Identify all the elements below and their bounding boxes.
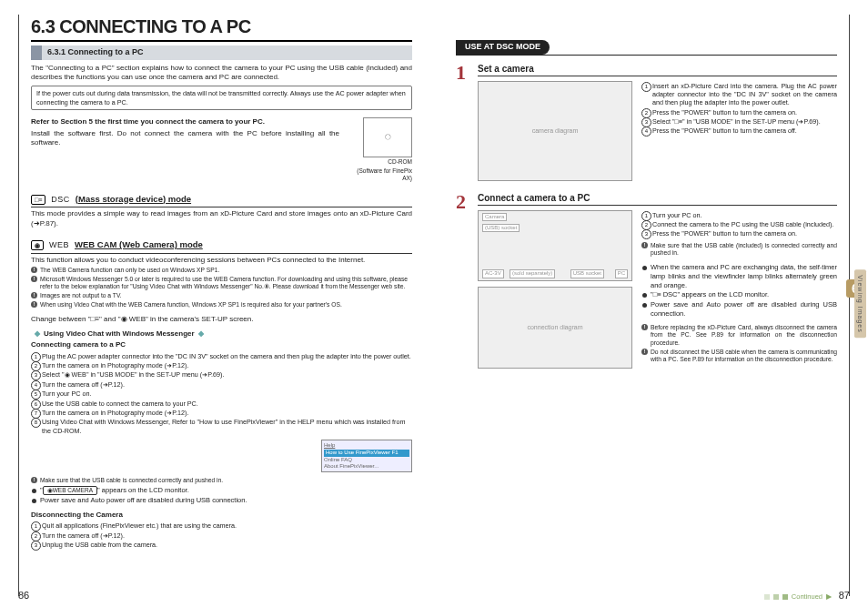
video-chat-steps: Plug the AC power adapter connector into… bbox=[31, 352, 412, 435]
step1-item: Press the "POWER" button to turn the cam… bbox=[641, 108, 837, 116]
web-note: The WEB Camera function can only be used… bbox=[31, 267, 412, 275]
mode-dsc-header: □≡ DSC (Mass storage device) mode bbox=[31, 192, 412, 208]
web-mode-icon: ◉ bbox=[31, 240, 44, 250]
margin-rule-right bbox=[849, 15, 850, 596]
step2-bullet: When the camera and PC are exchanging da… bbox=[641, 263, 837, 289]
intro-paragraph: The "Connecting to a PC" section explain… bbox=[31, 64, 412, 83]
step2-bullet: Power save and Auto power off are disabl… bbox=[641, 300, 837, 319]
step-1: 1 Set a camera camera diagram Insert an … bbox=[456, 63, 837, 181]
mode-dsc-body: This mode provides a simple way to read … bbox=[31, 209, 412, 228]
margin-rule-left bbox=[18, 15, 19, 596]
vc-bullet: Power save and Auto power off are disabl… bbox=[31, 496, 412, 505]
step-2-title: Connect a camera to a PC bbox=[478, 192, 837, 206]
first-time-body: Install the software first. Do not conne… bbox=[31, 129, 339, 148]
lcd-chip: ◉WEB CAMERA bbox=[43, 486, 97, 495]
vc-step: Use the USB cable to connect the camera … bbox=[31, 400, 412, 408]
step2-bullet: "□≡ DSC" appears on the LCD monitor. bbox=[641, 290, 837, 299]
subsection-bar: 6.3.1 Connecting to a PC bbox=[31, 46, 412, 60]
step1-item: Select "□≡" in "USB MODE" in the SET-UP … bbox=[641, 117, 837, 126]
mode-web-body: This function allows you to conduct vide… bbox=[31, 256, 412, 265]
vc-usb-note-item: Make sure that the USB cable is connecte… bbox=[31, 477, 412, 485]
title-rule bbox=[31, 40, 412, 42]
disconnect-heading: Disconnecting the Camera bbox=[31, 511, 412, 520]
step-2-figure-top: Camera (USB) socket AC-3V (sold separate… bbox=[478, 210, 632, 281]
help-menu-item: About FinePixViewer... bbox=[324, 463, 409, 470]
first-time-heading: Refer to Section 5 the first time you co… bbox=[31, 117, 339, 126]
video-chat-sub: Connecting camera to a PC bbox=[31, 340, 412, 349]
step-1-figure: camera diagram bbox=[478, 81, 632, 181]
vc-step: Turn the camera on in Photography mode (… bbox=[31, 409, 412, 417]
step2-cautions: Before replacing the xD-Picture Card, al… bbox=[641, 324, 837, 365]
step-2: 2 Connect a camera to a PC Camera (USB) … bbox=[456, 192, 837, 369]
page-left: 6.3 CONNECTING TO A PC 6.3.1 Connecting … bbox=[0, 0, 434, 607]
step-2-list: Turn your PC on. Connect the camera to t… bbox=[641, 211, 837, 238]
disc-step: Quit all applications (FinePixViewer etc… bbox=[31, 521, 412, 530]
step-number-1: 1 bbox=[456, 63, 470, 181]
fig-label-soldsep: (sold separately) bbox=[510, 269, 555, 278]
cdrom-figure: ◯ bbox=[363, 117, 412, 157]
step2-usb-note-item: Make sure that the USB cable (included) … bbox=[641, 242, 837, 258]
mode-web-pre: WEB bbox=[49, 240, 69, 251]
web-note: Images are not output to a TV. bbox=[31, 292, 412, 300]
dsc-mode-icon: □≡ bbox=[31, 195, 45, 205]
power-warning-box: If the power cuts out during data transm… bbox=[31, 86, 412, 110]
step2-caution: Do not disconnect the USB cable when the… bbox=[641, 349, 837, 364]
mode-web-heading: WEB CAM (Web Camera) mode bbox=[75, 239, 203, 250]
use-at-dsc-pill: USE AT DSC MODE bbox=[456, 40, 550, 55]
continued-arrow-icon: ▶ bbox=[826, 592, 832, 602]
page-number-right: 87 bbox=[839, 589, 850, 602]
fig-label-pc: PC bbox=[615, 269, 628, 278]
continued-text: Continued bbox=[792, 592, 823, 602]
help-menu-item: How to Use FinePixViewer F1 bbox=[324, 450, 409, 457]
fig-label-ac3v: AC-3V bbox=[482, 269, 504, 278]
fig-label-usb-socket: USB socket bbox=[570, 269, 604, 278]
fig-label-camera: Camera bbox=[482, 213, 507, 222]
mode-dsc-pre: DSC bbox=[51, 195, 70, 206]
change-mode-line: Change between "□≡" and "◉ WEB" in the c… bbox=[31, 315, 412, 324]
step2-bullets: When the camera and PC are exchanging da… bbox=[641, 263, 837, 319]
cdrom-subcaption: (Software for FinePix AX) bbox=[348, 167, 412, 183]
disconnect-steps: Quit all applications (FinePixViewer etc… bbox=[31, 521, 412, 549]
use-rule bbox=[456, 55, 837, 56]
step2-item: Press the "POWER" button to turn the cam… bbox=[641, 229, 837, 238]
web-notes-list: The WEB Camera function can only be used… bbox=[31, 267, 412, 309]
step2-usb-note: Make sure that the USB cable (included) … bbox=[641, 242, 837, 258]
step-1-title: Set a camera bbox=[478, 63, 837, 76]
vc-usb-note: Make sure that the USB cable is connecte… bbox=[31, 477, 412, 485]
step1-item: Insert an xD-Picture Card into the camer… bbox=[641, 82, 837, 107]
step2-item: Connect the camera to the PC using the U… bbox=[641, 220, 837, 228]
step-1-list: Insert an xD-Picture Card into the camer… bbox=[641, 82, 837, 136]
vc-step: Turn your PC on. bbox=[31, 389, 412, 398]
vc-step: Plug the AC power adapter connector into… bbox=[31, 352, 412, 360]
cdrom-caption: CD-ROM bbox=[348, 158, 412, 166]
web-note: Microsoft Windows Messenger 5.0 or later… bbox=[31, 276, 412, 291]
chapter-tab-label: Viewing Images bbox=[854, 269, 866, 338]
step2-caution: Before replacing the xD-Picture Card, al… bbox=[641, 324, 837, 348]
step2-item: Turn your PC on. bbox=[641, 211, 837, 219]
vc-step: Turn the camera off (➜P.12). bbox=[31, 380, 412, 389]
mode-web-header: ◉ WEB WEB CAM (Web Camera) mode bbox=[31, 238, 412, 254]
vc-bullet: "◉WEB CAMERA" appears on the LCD monitor… bbox=[31, 486, 412, 495]
mode-dsc-heading: (Mass storage device) mode bbox=[76, 194, 191, 205]
help-menu-item: Online FAQ bbox=[324, 457, 409, 464]
vc-step: Using Video Chat with Windows Messenger,… bbox=[31, 418, 412, 435]
fig-label-usb-sock: (USB) socket bbox=[482, 224, 520, 233]
help-menu-title: Help bbox=[324, 442, 409, 450]
web-note: When using Video Chat with the WEB Camer… bbox=[31, 301, 412, 309]
page-number-left: 86 bbox=[18, 589, 29, 602]
step-number-2: 2 bbox=[456, 192, 470, 369]
disc-step: Turn the camera off (➜P.12). bbox=[31, 531, 412, 540]
page-right: USE AT DSC MODE 1 Set a camera camera di… bbox=[434, 0, 868, 607]
help-menu-figure: Help How to Use FinePixViewer F1 Online … bbox=[321, 440, 412, 472]
step-2-figure-bottom: connection diagram bbox=[478, 287, 632, 369]
step1-item: Press the "POWER" button to turn the cam… bbox=[641, 126, 837, 135]
vc-step: Select "◉ WEB" in "USB MODE" in the SET-… bbox=[31, 370, 412, 379]
vc-bullets: "◉WEB CAMERA" appears on the LCD monitor… bbox=[31, 486, 412, 505]
vc-step: Turn the camera on in Photography mode (… bbox=[31, 361, 412, 369]
section-title: 6.3 CONNECTING TO A PC bbox=[31, 15, 412, 40]
continued-indicator: Continued ▶ bbox=[764, 592, 832, 602]
video-chat-heading: Using Video Chat with Windows Messenger bbox=[31, 329, 412, 339]
disc-step: Unplug the USB cable from the camera. bbox=[31, 541, 412, 549]
